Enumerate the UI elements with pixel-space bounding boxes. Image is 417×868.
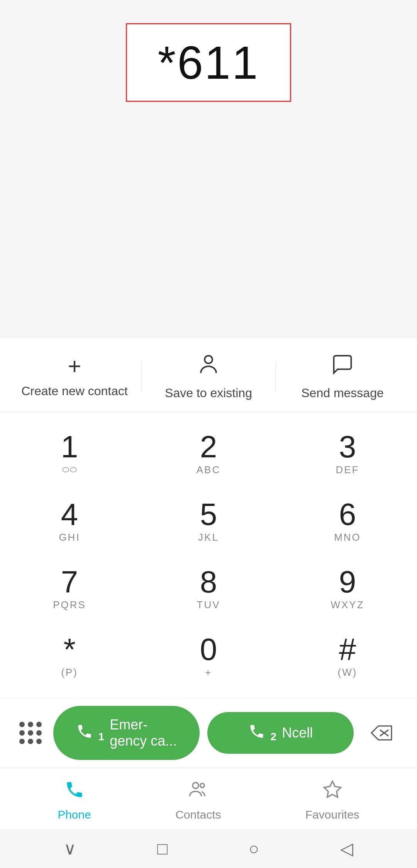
dial-number-0: 0: [200, 634, 217, 665]
nav-favourites[interactable]: Favourites: [305, 780, 359, 821]
dial-letters-0: +: [205, 667, 212, 678]
svg-marker-7: [324, 781, 341, 797]
dial-number-1: 1: [61, 431, 78, 462]
back-button[interactable]: ◁: [340, 839, 353, 858]
dialed-number-box[interactable]: *611: [126, 23, 292, 102]
dial-number-9: 9: [339, 567, 356, 597]
dial-number-8: 8: [200, 567, 217, 597]
bottom-nav: Phone Contacts Favourites: [0, 768, 417, 829]
dial-letters-3: DEF: [336, 464, 359, 476]
dial-letters-hash: (W): [338, 667, 358, 678]
dial-key-9[interactable]: 9 WXYZ: [278, 555, 417, 623]
contact-actions: + Create new contact Save to existing Se…: [0, 337, 417, 412]
save-to-existing-label: Save to existing: [165, 386, 252, 400]
send-message-label: Send message: [301, 386, 383, 400]
svg-point-2: [70, 467, 76, 472]
dial-letters-7: PQRS: [53, 599, 86, 611]
dial-letters-star: (P): [61, 667, 78, 678]
svg-point-0: [205, 356, 212, 364]
person-icon: [197, 353, 220, 380]
ncell-call-label: Ncell: [282, 725, 313, 741]
dial-number-6: 6: [339, 499, 356, 530]
bottom-action-bar: 1 Emer-gency ca... 2 Ncell: [0, 698, 417, 768]
favourites-nav-label: Favourites: [305, 808, 359, 821]
emergency-sim-number: 1: [76, 723, 104, 743]
contacts-nav-icon: [188, 780, 208, 804]
svg-point-6: [200, 783, 205, 788]
dial-letters-8: TUV: [197, 599, 220, 611]
favourites-nav-icon: [322, 780, 342, 804]
dial-number-star: *: [63, 634, 75, 665]
home-button[interactable]: ○: [249, 839, 259, 858]
dial-letters-9: WXYZ: [331, 599, 364, 611]
dial-key-0[interactable]: 0 +: [139, 623, 278, 690]
emergency-call-button[interactable]: 1 Emer-gency ca...: [53, 706, 200, 760]
dial-key-4[interactable]: 4 GHI: [0, 487, 139, 555]
dial-number-5: 5: [200, 499, 217, 530]
dial-number-4: 4: [61, 499, 78, 530]
dial-letters-2: ABC: [197, 464, 220, 476]
save-to-existing-button[interactable]: Save to existing: [142, 353, 275, 400]
recents-button[interactable]: □: [157, 839, 168, 858]
contacts-nav-label: Contacts: [175, 808, 221, 821]
dial-key-5[interactable]: 5 JKL: [139, 487, 278, 555]
svg-point-5: [193, 783, 198, 788]
dial-key-2[interactable]: 2 ABC: [139, 420, 278, 487]
nav-contacts[interactable]: Contacts: [175, 780, 221, 821]
dial-number-hash: #: [339, 634, 356, 665]
dial-number-3: 3: [339, 431, 356, 462]
dial-key-star[interactable]: * (P): [0, 623, 139, 690]
phone-nav-icon: [64, 780, 85, 804]
dial-key-hash[interactable]: # (W): [278, 623, 417, 690]
create-new-contact-label: Create new contact: [21, 384, 128, 398]
svg-point-1: [63, 467, 69, 472]
dial-letters-6: MNO: [334, 531, 361, 543]
dialpad: 1 2 ABC 3 DEF 4 GHI 5 JKL 6 MNO 7 PQRS 8…: [0, 412, 417, 698]
system-nav: ∨ □ ○ ◁: [0, 829, 417, 868]
backspace-button[interactable]: [361, 720, 402, 746]
spacer: [0, 117, 417, 337]
ncell-call-button[interactable]: 2 Ncell: [207, 712, 354, 754]
dial-letters-1: [62, 464, 77, 476]
dial-key-3[interactable]: 3 DEF: [278, 420, 417, 487]
dial-key-6[interactable]: 6 MNO: [278, 487, 417, 555]
notifications-button[interactable]: ∨: [64, 839, 76, 858]
dial-key-1[interactable]: 1: [0, 420, 139, 487]
emergency-call-label: Emer-gency ca...: [110, 717, 177, 749]
nav-phone[interactable]: Phone: [58, 780, 91, 821]
dial-letters-4: GHI: [59, 531, 80, 543]
top-section: *611: [0, 0, 417, 117]
dial-key-7[interactable]: 7 PQRS: [0, 555, 139, 623]
show-dialpad-button[interactable]: [15, 718, 46, 748]
create-new-contact-button[interactable]: + Create new contact: [8, 355, 141, 398]
ncell-sim-number: 2: [248, 723, 276, 743]
dial-letters-5: JKL: [198, 531, 219, 543]
plus-icon: +: [68, 355, 81, 378]
send-message-button[interactable]: Send message: [276, 353, 409, 400]
phone-nav-label: Phone: [58, 808, 91, 821]
dial-number-7: 7: [61, 567, 78, 597]
dial-number-2: 2: [200, 431, 217, 462]
chat-icon: [331, 353, 354, 380]
dialed-number: *611: [158, 37, 259, 88]
dial-key-8[interactable]: 8 TUV: [139, 555, 278, 623]
